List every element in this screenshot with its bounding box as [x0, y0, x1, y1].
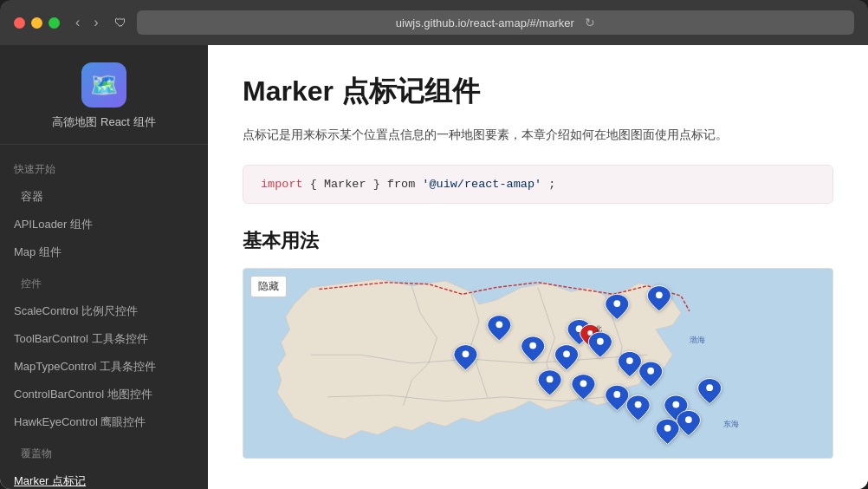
browser-chrome: ‹ › 🛡 uiwjs.github.io/react-amap/#/marke…	[0, 0, 868, 45]
svg-point-14	[547, 376, 554, 383]
shield-icon: 🛡	[114, 16, 126, 29]
svg-point-18	[672, 401, 679, 408]
nav-buttons: ‹ ›	[70, 13, 104, 32]
svg-point-23	[706, 385, 713, 392]
traffic-lights	[14, 17, 60, 29]
sidebar-nav: 快速开始 容器 APILoader 组件 Map 组件 控件 ScaleCont…	[0, 145, 208, 489]
url-text: uiwjs.github.io/react-amap/#/marker	[396, 16, 574, 29]
svg-point-10	[563, 351, 570, 358]
refresh-button[interactable]: ↻	[585, 16, 595, 29]
map-svg: 渤海 黄海 东海	[243, 269, 832, 458]
section-title: 基本用法	[243, 228, 833, 254]
svg-text:东海: 东海	[723, 420, 739, 428]
app-container: 🗺️ 高德地图 React 组件 快速开始 容器 APILoader 组件 Ma…	[0, 45, 868, 489]
sidebar-item-toolbarcontrol[interactable]: ToolBarControl 工具条控件	[0, 325, 208, 353]
svg-point-21	[496, 322, 502, 329]
sidebar-item-apiloader[interactable]: APILoader 组件	[0, 211, 208, 238]
sidebar-item-container[interactable]: 容器	[0, 183, 208, 211]
sidebar-item-map[interactable]: Map 组件	[0, 238, 208, 266]
sidebar-item-hawkeyecontrol[interactable]: HawkEyeControl 鹰眼控件	[0, 408, 208, 436]
address-bar[interactable]: uiwjs.github.io/react-amap/#/marker ↻	[137, 10, 854, 35]
svg-point-9	[529, 342, 536, 349]
maximize-button[interactable]	[49, 17, 60, 29]
svg-point-20	[664, 425, 671, 432]
svg-point-19	[685, 417, 692, 424]
svg-point-11	[597, 338, 604, 345]
sidebar-item-controlbarcontrol[interactable]: ControlBarControl 地图控件	[0, 381, 208, 408]
page-description: 点标记是用来标示某个位置点信息的一种地图要素，本章介绍如何在地图图面使用点标记。	[243, 125, 833, 144]
sidebar-item-marker[interactable]: Marker 点标记	[0, 467, 208, 489]
svg-point-16	[613, 391, 620, 398]
sidebar-logo: 🗺️ 高德地图 React 组件	[0, 45, 208, 145]
map-container: 隐藏 渤海 黄海	[243, 268, 833, 459]
svg-text:渤海: 渤海	[690, 336, 705, 344]
svg-point-13	[647, 368, 654, 375]
sidebar-item-controls-header: 控件	[0, 266, 208, 297]
code-from-keyword: from	[387, 178, 423, 191]
svg-point-5	[656, 292, 663, 299]
svg-point-22	[463, 351, 470, 358]
close-button[interactable]	[14, 17, 25, 29]
sidebar: 🗺️ 高德地图 React 组件 快速开始 容器 APILoader 组件 Ma…	[0, 45, 208, 489]
forward-button[interactable]: ›	[88, 13, 103, 32]
code-block: import { Marker } from '@uiw/react-amap'…	[243, 165, 833, 204]
sidebar-item-quickstart: 快速开始	[0, 152, 208, 183]
code-import: import	[261, 178, 303, 191]
page-title: Marker 点标记组件	[243, 73, 833, 111]
svg-point-15	[580, 381, 587, 388]
sidebar-item-scalecontrol[interactable]: ScaleControl 比例尺控件	[0, 297, 208, 325]
minimize-button[interactable]	[31, 17, 42, 29]
code-semi: ;	[548, 178, 555, 191]
main-content: Marker 点标记组件 点标记是用来标示某个位置点信息的一种地图要素，本章介绍…	[208, 45, 868, 489]
svg-point-4	[613, 301, 620, 308]
code-package: '@uiw/react-amap'	[422, 178, 541, 191]
code-marker: { Marker }	[310, 178, 380, 191]
svg-point-17	[635, 401, 642, 408]
sidebar-item-maptypecontrol[interactable]: MapTypeControl 工具条控件	[0, 353, 208, 381]
sidebar-item-overlay-header: 覆盖物	[0, 436, 208, 467]
map-hide-button[interactable]: 隐藏	[250, 276, 287, 297]
logo-icon: 🗺️	[81, 62, 126, 108]
back-button[interactable]: ‹	[70, 13, 85, 32]
logo-text: 高德地图 React 组件	[52, 114, 155, 130]
svg-point-12	[626, 358, 633, 365]
